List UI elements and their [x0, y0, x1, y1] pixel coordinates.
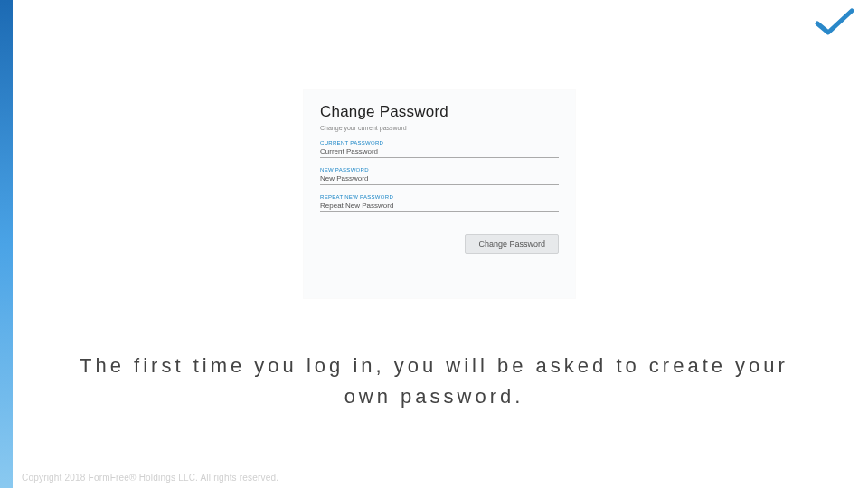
field-current-password: CURRENT PASSWORD Current Password — [320, 140, 559, 158]
current-password-input[interactable]: Current Password — [320, 147, 559, 158]
accent-bar — [0, 0, 13, 488]
repeat-password-input[interactable]: Repeat New Password — [320, 202, 559, 212]
slide: Change Password Change your current pass… — [0, 0, 868, 488]
field-repeat-password: REPEAT NEW PASSWORD Repeat New Password — [320, 194, 559, 212]
change-password-button[interactable]: Change Password — [465, 234, 559, 254]
field-new-password: NEW PASSWORD New Password — [320, 167, 559, 185]
field-label: CURRENT PASSWORD — [320, 140, 559, 145]
panel-subtitle: Change your current password — [320, 125, 559, 131]
copyright-footer: Copyright 2018 FormFree® Holdings LLC. A… — [22, 473, 278, 483]
button-row: Change Password — [320, 234, 559, 254]
checkmark-icon — [814, 5, 855, 38]
slide-caption: The first time you log in, you will be a… — [54, 351, 814, 412]
field-label: NEW PASSWORD — [320, 167, 559, 173]
panel-title: Change Password — [320, 103, 559, 121]
field-label: REPEAT NEW PASSWORD — [320, 194, 559, 200]
change-password-panel: Change Password Change your current pass… — [304, 90, 575, 298]
new-password-input[interactable]: New Password — [320, 174, 559, 185]
